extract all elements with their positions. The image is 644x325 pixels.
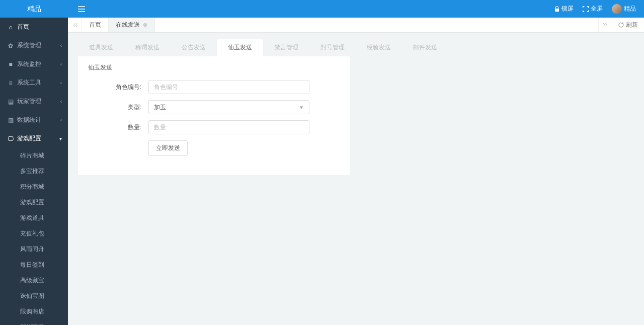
sub-item-碎片商城[interactable]: 碎片商城	[0, 148, 68, 164]
sub-item-多宝推荐[interactable]: 多宝推荐	[0, 164, 68, 179]
sub-item-每日签到[interactable]: 每日签到	[0, 257, 68, 273]
submit-button[interactable]: 立即发送	[148, 140, 188, 156]
gear-icon: ✿	[7, 42, 14, 49]
inner-tabs: 道具发送称谓发送公告发送仙玉发送禁言管理封号管理经验发送邮件发送	[78, 39, 634, 56]
file-icon: ▤	[7, 98, 14, 105]
form-panel: 仙玉发送 角色编号: 类型: 加玉 ▼	[78, 56, 350, 175]
nav-item-数据统计[interactable]: ▥数据统计‹	[0, 111, 68, 129]
nav-game-label: 游戏配置	[17, 134, 41, 143]
qty-input[interactable]	[148, 120, 309, 134]
tab-online-send[interactable]: 在线发送 ⊗	[109, 18, 155, 32]
lock-button[interactable]: 锁屏	[554, 5, 574, 13]
tab-scroll-right[interactable]	[598, 18, 612, 32]
qty-label: 数量:	[88, 123, 148, 132]
avatar	[612, 4, 622, 14]
chevron-left-icon: ‹	[60, 99, 62, 104]
user-menu[interactable]: 精品	[612, 4, 636, 14]
list-icon: ≡	[7, 79, 14, 87]
role-id-label: 角色编号:	[88, 83, 148, 92]
nav-item-label: 数据统计	[17, 116, 41, 124]
inner-tab-封号管理[interactable]: 封号管理	[309, 39, 356, 56]
fullscreen-button[interactable]: 全屏	[583, 5, 603, 13]
sub-item-新鲜玩意[interactable]: 新鲜玩意	[0, 319, 68, 325]
nav-item-玩家管理[interactable]: ▤玩家管理‹	[0, 92, 68, 111]
tab-active-label: 在线发送	[116, 21, 140, 29]
sub-item-高级藏宝[interactable]: 高级藏宝	[0, 273, 68, 288]
sub-item-充值礼包[interactable]: 充值礼包	[0, 226, 68, 241]
user-name: 精品	[624, 5, 636, 13]
inner-tab-仙玉发送[interactable]: 仙玉发送	[217, 39, 263, 56]
expand-icon	[583, 6, 589, 12]
chevron-left-icon: ‹	[60, 43, 62, 48]
brand-logo: 精品	[0, 0, 68, 18]
chevron-down-icon: ▾	[59, 136, 62, 141]
nav-item-label: 系统管理	[17, 41, 41, 50]
nav-item-系统工具[interactable]: ≡系统工具‹	[0, 73, 68, 92]
inner-tab-道具发送[interactable]: 道具发送	[78, 39, 124, 56]
chevron-left-icon: ‹	[60, 80, 62, 86]
lock-label: 锁屏	[561, 5, 574, 13]
nav-item-系统监控[interactable]: ■系统监控‹	[0, 55, 68, 73]
nav-home[interactable]: ⌂ 首页	[0, 18, 68, 36]
close-icon[interactable]: ⊗	[143, 22, 147, 28]
tab-scroll-left[interactable]	[68, 18, 82, 32]
tab-home-label: 首页	[89, 21, 101, 29]
inner-tab-公告发送[interactable]: 公告发送	[171, 39, 217, 56]
inner-tab-经验发送[interactable]: 经验发送	[356, 39, 402, 56]
nav-item-label: 玩家管理	[17, 97, 41, 106]
inner-tab-禁言管理[interactable]: 禁言管理	[263, 39, 309, 56]
chevron-left-icon: ‹	[60, 117, 62, 123]
nav-game-config[interactable]: 🖵 游戏配置 ▾	[0, 129, 68, 148]
video-icon: ■	[7, 61, 14, 68]
type-select[interactable]: 加玉 ▼	[148, 100, 309, 114]
caret-down-icon: ▼	[299, 105, 304, 110]
inner-tab-邮件发送[interactable]: 邮件发送	[402, 39, 448, 56]
home-icon: ⌂	[7, 24, 14, 31]
sub-item-诛仙宝图[interactable]: 诛仙宝图	[0, 288, 68, 304]
inner-tab-称谓发送[interactable]: 称谓发送	[124, 39, 171, 56]
role-id-input[interactable]	[148, 80, 309, 94]
nav-item-label: 系统监控	[17, 60, 41, 68]
sub-item-限购商店[interactable]: 限购商店	[0, 304, 68, 319]
bars-icon: ▥	[7, 117, 14, 124]
page-tabbar: 首页 在线发送 ⊗ 刷新	[68, 18, 644, 33]
desktop-icon: 🖵	[7, 135, 14, 142]
sub-item-游戏配置[interactable]: 游戏配置	[0, 195, 68, 210]
sidebar-toggle[interactable]	[78, 6, 554, 12]
fullscreen-label: 全屏	[591, 5, 603, 13]
sidebar: ⌂ 首页 ✿系统管理‹■系统监控‹≡系统工具‹▤玩家管理‹▥数据统计‹ 🖵 游戏…	[0, 18, 68, 325]
refresh-icon	[618, 22, 624, 28]
refresh-label: 刷新	[626, 21, 638, 29]
type-select-value: 加玉	[154, 103, 166, 112]
panel-title: 仙玉发送	[88, 63, 340, 72]
tab-home[interactable]: 首页	[82, 18, 109, 32]
nav-home-label: 首页	[17, 23, 29, 31]
chevron-left-icon: ‹	[60, 61, 62, 67]
nav-item-label: 系统工具	[17, 78, 41, 87]
sub-item-风雨同舟[interactable]: 风雨同舟	[0, 241, 68, 257]
sub-item-积分商城[interactable]: 积分商城	[0, 179, 68, 195]
refresh-button[interactable]: 刷新	[612, 18, 644, 32]
lock-icon	[554, 6, 559, 12]
sub-item-游戏道具[interactable]: 游戏道具	[0, 210, 68, 226]
type-label: 类型:	[88, 103, 148, 112]
nav-item-系统管理[interactable]: ✿系统管理‹	[0, 36, 68, 55]
